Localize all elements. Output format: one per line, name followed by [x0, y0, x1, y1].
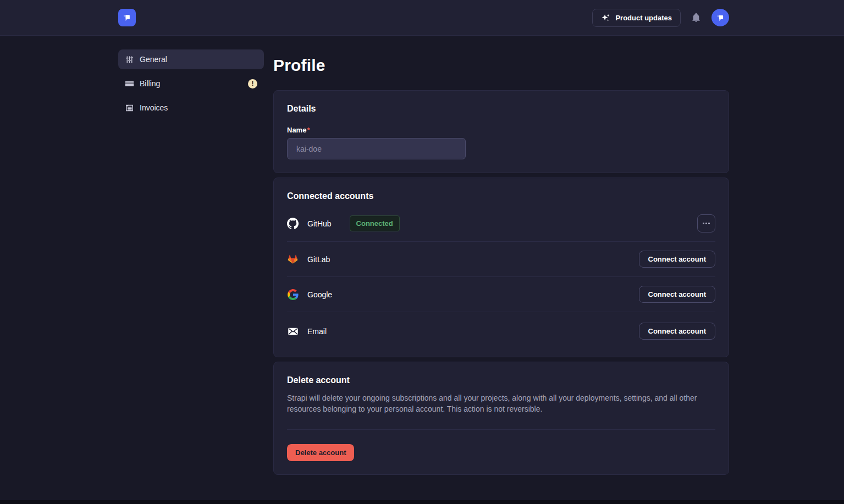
account-row-github: GitHub Connected — [287, 206, 715, 242]
required-asterisk: * — [307, 126, 310, 134]
delete-card-divider — [287, 429, 715, 430]
profile-main: Profile Details Name* Connected accounts — [273, 49, 729, 479]
delete-account-card: Delete account Strapi will delete your o… — [273, 362, 729, 475]
strapi-logo[interactable] — [118, 9, 136, 26]
connected-status-badge: Connected — [350, 215, 400, 231]
details-card: Details Name* — [273, 90, 729, 173]
delete-account-button[interactable]: Delete account — [287, 444, 354, 461]
sliders-icon — [125, 55, 134, 64]
account-row-gitlab: GitLab Connect account — [287, 242, 715, 277]
account-row-email: Email Connect account — [287, 312, 715, 344]
page-title: Profile — [273, 56, 729, 75]
connected-accounts-heading: Connected accounts — [287, 191, 715, 201]
provider-name: GitHub — [307, 219, 332, 228]
provider-name: GitLab — [307, 255, 330, 264]
notifications-bell-icon[interactable] — [691, 12, 702, 23]
github-more-options-button[interactable] — [697, 214, 715, 232]
sparkles-icon — [601, 13, 610, 23]
accounts-list: GitHub Connected — [287, 206, 715, 344]
avatar-strapi-icon — [716, 13, 725, 23]
delete-account-heading: Delete account — [287, 375, 715, 385]
google-icon — [287, 289, 299, 300]
bottom-edge-strip — [0, 500, 844, 504]
invoice-icon — [125, 103, 134, 113]
sidebar-item-general[interactable]: General — [118, 49, 264, 69]
github-icon — [287, 218, 299, 229]
email-envelope-icon — [287, 325, 299, 337]
settings-sidebar: General Billing ! Invoices — [118, 49, 264, 479]
strapi-logo-icon — [122, 13, 132, 23]
topbar: Product updates — [0, 0, 844, 36]
credit-card-icon — [125, 79, 134, 88]
sidebar-item-label: General — [140, 55, 167, 64]
product-updates-label: Product updates — [615, 14, 672, 22]
topbar-actions: Product updates — [592, 9, 729, 27]
user-avatar[interactable] — [711, 9, 729, 26]
delete-account-description: Strapi will delete your ongoing subscrip… — [287, 392, 715, 415]
email-connect-account-button[interactable]: Connect account — [639, 323, 715, 340]
sidebar-item-billing[interactable]: Billing ! — [118, 74, 264, 93]
sidebar-item-label: Billing — [140, 79, 160, 88]
connected-accounts-card: Connected accounts GitHub Connected — [273, 178, 729, 357]
sidebar-item-invoices[interactable]: Invoices — [118, 98, 264, 118]
gitlab-icon — [287, 253, 299, 265]
name-input[interactable] — [287, 138, 466, 159]
provider-name: Email — [307, 327, 327, 336]
name-field-label: Name* — [287, 126, 715, 134]
google-connect-account-button[interactable]: Connect account — [639, 286, 715, 303]
product-updates-button[interactable]: Product updates — [592, 9, 681, 27]
details-heading: Details — [287, 104, 715, 114]
page-content: General Billing ! Invoices — [0, 36, 844, 479]
gitlab-connect-account-button[interactable]: Connect account — [639, 251, 715, 268]
provider-name: Google — [307, 290, 332, 299]
sidebar-item-label: Invoices — [140, 103, 168, 112]
account-row-google: Google Connect account — [287, 277, 715, 312]
billing-warning-badge: ! — [248, 79, 257, 88]
